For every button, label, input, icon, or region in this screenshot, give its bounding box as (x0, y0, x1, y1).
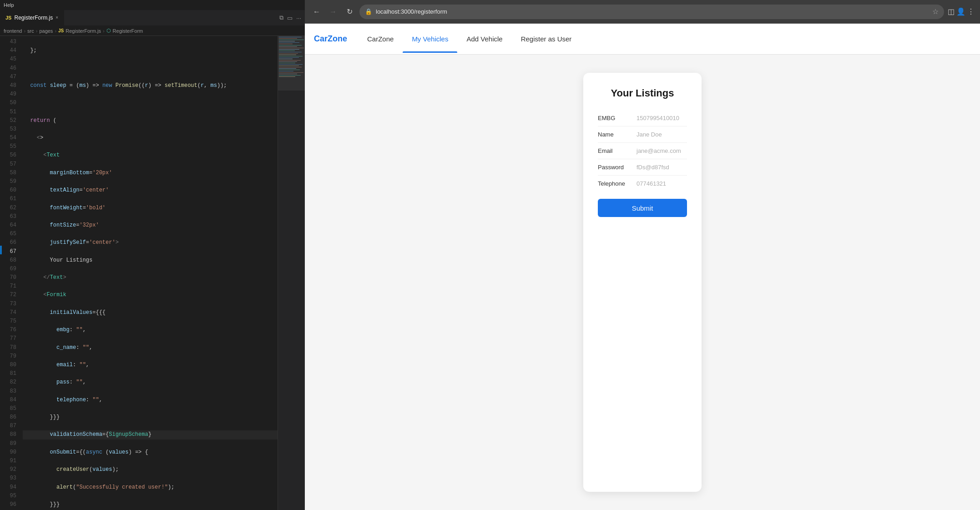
code-line: alert("Successfully created user!"); (23, 483, 278, 492)
code-content[interactable]: }; const sleep = (ms) => new Promise((r)… (21, 36, 278, 510)
code-line: <Text (23, 151, 278, 160)
code-area: 43 44 45 46 47 48 49 50 51 52 53 54 55 5… (0, 36, 305, 510)
code-line: embg: "", (23, 326, 278, 334)
code-line: onSubmit={(async (values) => { (23, 448, 278, 457)
extensions-icon[interactable]: ◫ (948, 7, 955, 16)
editor-pane: Help JS RegisterForm.js × ⧉ ▭ ··· fronte… (0, 0, 305, 510)
minimap-svg (278, 36, 305, 400)
address-bar-wrap: 🔒 ☆ (359, 5, 944, 19)
carzone-logo[interactable]: CarZone (314, 24, 358, 54)
reload-button[interactable]: ↻ (343, 5, 356, 18)
code-line: }}} (23, 500, 278, 509)
field-value: 1507995410010 (636, 115, 679, 121)
breadcrumb-registerform[interactable]: RegisterForm (113, 28, 143, 34)
code-line: email: "", (23, 361, 278, 369)
code-line: marginBottom='20px' (23, 169, 278, 177)
breadcrumb-frontend[interactable]: frontend (4, 28, 22, 34)
title-bar: Help (0, 0, 305, 10)
address-bar[interactable] (376, 8, 929, 15)
field-label: Email (598, 147, 632, 154)
code-line: initialValues={{{ (23, 308, 278, 317)
listings-card: Your Listings EMBG 1507995410010 Name Ja… (583, 73, 702, 492)
code-line: <Formik (23, 291, 278, 299)
nav-carzone[interactable]: CarZone (358, 25, 403, 53)
minimap (278, 36, 305, 510)
field-value: jane@acme.com (636, 147, 681, 154)
code-line: c_name: "", (23, 343, 278, 352)
breadcrumb-pages[interactable]: pages (39, 28, 53, 34)
code-line: Your Listings (23, 256, 278, 265)
code-line: return ( (23, 116, 278, 125)
code-line: <> (23, 134, 278, 142)
field-row: Telephone 077461321 (598, 176, 687, 192)
code-line: }; (23, 46, 278, 55)
breadcrumb-js-icon: JS (58, 28, 64, 33)
back-button[interactable]: ← (310, 5, 323, 18)
code-line: fontSize='32px' (23, 221, 278, 230)
listings-title: Your Listings (598, 87, 687, 99)
field-row: Email jane@acme.com (598, 143, 687, 159)
field-row: EMBG 1507995410010 (598, 110, 687, 126)
browser-menu-icon[interactable]: ⋮ (967, 7, 975, 16)
nav-add-vehicle[interactable]: Add Vehicle (457, 25, 511, 53)
breadcrumb-src[interactable]: src (27, 28, 34, 34)
tab-close-icon[interactable]: × (56, 15, 58, 20)
breadcrumb-component[interactable]: ⬡ (106, 28, 111, 34)
lock-icon: 🔒 (365, 8, 372, 15)
field-label: Telephone (598, 180, 632, 187)
nav-register-as-user[interactable]: Register as User (512, 25, 581, 53)
code-line: justifySelf='center'> (23, 238, 278, 247)
nav-my-vehicles[interactable]: My Vehicles (403, 25, 457, 53)
code-line: }}} (23, 413, 278, 422)
code-line: textAlign='center' (23, 186, 278, 195)
help-menu[interactable]: Help (4, 2, 14, 8)
code-line: fontWeight='bold' (23, 204, 278, 212)
webpage: CarZone CarZone My Vehicles Add Vehicle … (305, 24, 980, 510)
code-line: const sleep = (ms) => new Promise((r) =>… (23, 81, 278, 90)
code-line: </Text> (23, 273, 278, 282)
code-line: pass: "", (23, 378, 278, 387)
tab-bar: JS RegisterForm.js × ⧉ ▭ ··· (0, 10, 305, 26)
field-label: EMBG (598, 115, 632, 121)
tab-toolbar: ⧉ ▭ ··· (279, 10, 305, 25)
field-label: Name (598, 131, 632, 138)
toggle-panel-icon[interactable]: ▭ (287, 15, 293, 21)
minimap-viewport (278, 36, 305, 91)
tab-label: RegisterForm.js (14, 15, 53, 21)
code-line (23, 64, 278, 73)
line-numbers: 43 44 45 46 47 48 49 50 51 52 53 54 55 5… (4, 36, 21, 510)
field-value: 077461321 (636, 180, 666, 187)
code-line: validationSchema={SignupSchema} (23, 430, 278, 439)
field-row: Name Jane Doe (598, 126, 687, 143)
code-line (23, 99, 278, 107)
browser-toolbar-icons: ◫ 👤 ⋮ (948, 7, 975, 16)
browser-pane: ← → ↻ 🔒 ☆ ◫ 👤 ⋮ CarZone CarZone My Vehic… (305, 0, 980, 510)
submit-button[interactable]: Submit (598, 199, 687, 217)
breadcrumb-file[interactable]: RegisterForm.js (66, 28, 101, 34)
code-line: telephone: "", (23, 396, 278, 404)
field-value: Jane Doe (636, 131, 662, 138)
breadcrumb: frontend › src › pages › JS RegisterForm… (0, 26, 305, 36)
field-rows: EMBG 1507995410010 Name Jane Doe Email j… (598, 110, 687, 192)
bookmark-icon[interactable]: ☆ (932, 7, 939, 16)
field-value: fDs@d87fsd (636, 164, 669, 171)
split-editor-icon[interactable]: ⧉ (279, 14, 283, 21)
forward-button[interactable]: → (327, 5, 339, 18)
profile-icon[interactable]: 👤 (956, 7, 965, 16)
field-row: Password fDs@d87fsd (598, 159, 687, 176)
browser-chrome: ← → ↻ 🔒 ☆ ◫ 👤 ⋮ (305, 0, 980, 24)
site-nav: CarZone CarZone My Vehicles Add Vehicle … (305, 24, 980, 55)
js-icon: JS (5, 15, 11, 20)
left-gutter (0, 36, 4, 510)
more-actions-icon[interactable]: ··· (296, 15, 301, 21)
main-content: Your Listings EMBG 1507995410010 Name Ja… (305, 55, 980, 510)
breakpoint-mark (0, 246, 2, 254)
active-tab[interactable]: JS RegisterForm.js × (0, 10, 64, 25)
code-line: createUser(values); (23, 465, 278, 474)
field-label: Password (598, 164, 632, 171)
